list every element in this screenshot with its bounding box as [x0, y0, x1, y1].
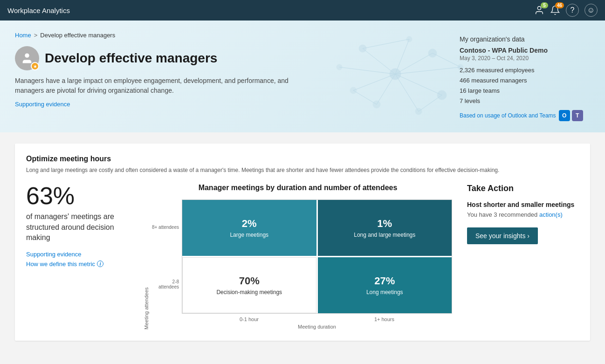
cell-br-pct: 27%: [374, 275, 395, 287]
hero-title-row: ★ Develop effective managers: [15, 46, 460, 70]
cell-tr-label: Long and large meetings: [354, 232, 415, 239]
cell-top-right: 1% Long and large meetings: [318, 200, 452, 256]
metric-column: 63% of managers' meetings are structured…: [26, 184, 129, 267]
help-icon[interactable]: ?: [566, 4, 579, 17]
action-desc-text: You have 3 recommended: [467, 211, 539, 218]
org-company: Contoso - WPA Public Demo: [460, 47, 590, 54]
cell-bl-pct: 70%: [239, 275, 260, 287]
optimize-meetings-card: Optimize meeting hours Long and large me…: [15, 144, 590, 341]
y-axis-labels: 8+ attendees 2-8 attendees: [151, 199, 179, 314]
metric-label: of managers' meetings are structured aro…: [26, 212, 129, 243]
action-description: You have 3 recommended action(s): [467, 211, 579, 218]
user-icon-group[interactable]: 5: [534, 5, 544, 15]
org-footer-link[interactable]: Based on usage of Outlook and Teams: [460, 112, 556, 119]
y-axis-title: Meeting attendees: [144, 199, 149, 330]
supporting-evidence-link[interactable]: Supporting evidence: [15, 101, 70, 108]
app-icons: O T: [559, 110, 583, 121]
hero-left: Home > Develop effective managers ★ Deve…: [15, 32, 460, 121]
x-label-left: 0-1 hour: [240, 316, 259, 322]
define-metric-link[interactable]: How we define this metric i: [26, 261, 129, 268]
chart-grid: 2% Large meetings 1% Long and large meet…: [182, 199, 452, 314]
x-axis-labels: 0-1 hour 1+ hours: [182, 314, 452, 323]
cell-bl-label: Decision-making meetings: [216, 289, 282, 296]
card-supporting-link[interactable]: Supporting evidence: [26, 251, 129, 258]
action-column: Take Action Host shorter and smaller mee…: [467, 184, 579, 244]
org-footer: Based on usage of Outlook and Teams O T: [460, 110, 590, 121]
user-face-icon[interactable]: ☺: [584, 4, 598, 17]
cell-bottom-left: 70% Decision-making meetings: [182, 257, 316, 313]
action-title: Take Action: [467, 184, 579, 193]
org-dates: May 3, 2020 – Oct 24, 2020: [460, 55, 590, 62]
stat-managers: 466 measured managers: [460, 76, 590, 86]
svg-point-24: [25, 54, 29, 58]
card-title: Optimize meeting hours: [26, 155, 579, 163]
hero-avatar: ★: [15, 46, 39, 70]
cell-bottom-right: 27% Long meetings: [318, 257, 452, 313]
info-icon: i: [97, 261, 103, 267]
user-badge: 5: [541, 2, 548, 8]
big-metric-value: 63%: [26, 184, 129, 208]
org-data-title: My organization's data: [460, 35, 590, 43]
org-stats: 2,326 measured employees 466 measured ma…: [460, 65, 590, 106]
cell-br-label: Long meetings: [366, 289, 403, 296]
cell-tr-pct: 1%: [377, 218, 392, 230]
see-insights-label: See your insights ›: [475, 232, 529, 240]
chart-grid-wrapper: 2% Large meetings 1% Long and large meet…: [182, 199, 452, 330]
x-axis-title: Meeting duration: [182, 324, 452, 330]
card-description: Long and large meetings are costly and o…: [26, 166, 579, 174]
y-label-bottom: 2-8 attendees: [151, 279, 179, 289]
chart-column: Manager meetings by duration and number …: [144, 184, 452, 330]
page-title: Develop effective managers: [45, 51, 217, 66]
stat-teams: 16 large teams: [460, 86, 590, 96]
hero-description: Managers have a large impact on employee…: [15, 76, 295, 96]
x-label-right: 1+ hours: [374, 316, 394, 322]
define-metric-text: How we define this metric: [26, 261, 95, 268]
card-body: 63% of managers' meetings are structured…: [26, 184, 579, 330]
outlook-icon: O: [559, 110, 570, 121]
notification-badge: 46: [555, 2, 564, 8]
avatar-badge: ★: [31, 62, 39, 70]
main-content: Optimize meeting hours Long and large me…: [0, 132, 605, 361]
cell-top-left: 2% Large meetings: [182, 200, 316, 256]
action-desc-link[interactable]: action(s): [539, 211, 563, 218]
breadcrumb-home[interactable]: Home: [15, 32, 31, 39]
top-navigation: Workplace Analytics 5 46 ? ☺: [0, 0, 605, 21]
org-data-panel: My organization's data Contoso - WPA Pub…: [460, 32, 590, 121]
app-title: Workplace Analytics: [7, 7, 70, 14]
action-subtitle: Host shorter and smaller meetings: [467, 201, 579, 208]
see-insights-button[interactable]: See your insights ›: [467, 227, 538, 244]
breadcrumb: Home > Develop effective managers: [15, 32, 460, 39]
cell-tl-label: Large meetings: [230, 232, 268, 239]
hero-section: Home > Develop effective managers ★ Deve…: [0, 21, 605, 132]
stat-levels: 7 levels: [460, 96, 590, 106]
breadcrumb-separator: >: [34, 32, 38, 39]
notification-icon-group[interactable]: 46: [550, 5, 560, 15]
stat-employees: 2,326 measured employees: [460, 65, 590, 76]
svg-point-0: [537, 7, 541, 10]
chart-title: Manager meetings by duration and number …: [144, 184, 452, 192]
cell-tl-pct: 2%: [242, 218, 257, 230]
y-label-top: 8+ attendees: [151, 225, 179, 230]
breadcrumb-current: Develop effective managers: [40, 32, 115, 39]
nav-icons: 5 46 ? ☺: [534, 4, 598, 17]
teams-icon: T: [572, 110, 583, 121]
